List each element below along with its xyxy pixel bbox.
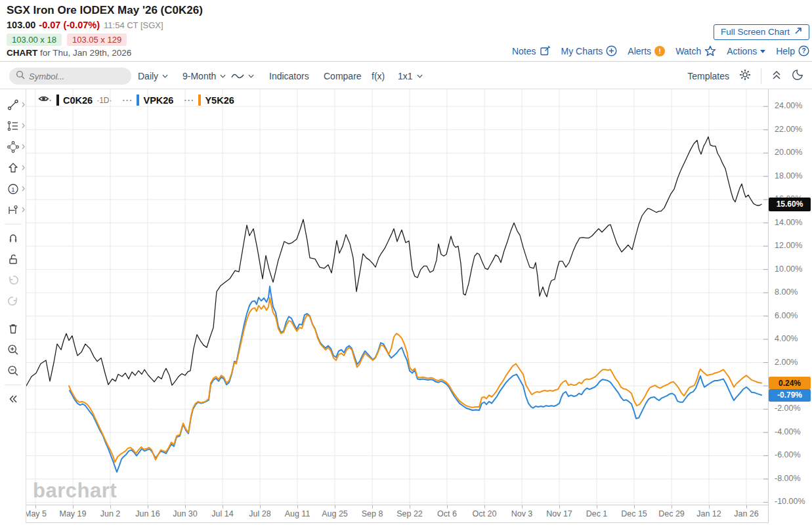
collapse-sidebar-button[interactable] [0,388,26,410]
delete-drawings-button[interactable] [0,318,26,339]
plus-circle-icon [606,45,617,56]
x-tick-mark [447,505,448,509]
chart-legend: ··· C0K26 ·1D· ··· VPK26 ··· Y5K26 [38,94,234,106]
fx-label: f(x) [372,71,385,81]
x-tick-mark [746,505,747,509]
x-tick-mark [110,505,111,509]
trend-line-tool[interactable] [0,94,26,116]
x-axis-label: Dec 29 [658,509,685,518]
y-axis-label: 6.00% [775,311,798,320]
y-axis[interactable]: 24.00%22.00%20.00%18.00%16.00%14.00%12.0… [768,89,812,523]
x-tick-mark [73,505,74,509]
x-axis-label: May 5 [26,509,47,518]
series-menu-dots[interactable]: ··· [184,97,194,104]
x-axis-label: Aug 11 [285,509,310,518]
drawing-tools-sidebar: 1 [0,89,26,523]
period-dropdown[interactable]: Daily [138,62,168,89]
y-axis-label: -2.00% [775,404,801,413]
series-symbol[interactable]: C0K26 [63,95,93,106]
x-axis-label: May 19 [60,509,87,518]
x-tick-mark [559,505,560,509]
watch-link[interactable]: Watch [675,45,716,56]
arrow-marker-tool[interactable] [0,158,26,178]
alerts-link[interactable]: Alerts ! [628,46,665,56]
unlock-tool[interactable] [0,249,26,270]
y-axis-label: -8.00% [775,474,801,483]
chevron-down-icon [162,74,168,78]
series-symbol[interactable]: Y5K26 [205,95,234,106]
series-color-bar [198,94,201,106]
my-charts-label: My Charts [561,46,603,56]
tools-divider [5,385,22,385]
zoom-in-button[interactable] [0,339,26,360]
number-annotation-tool[interactable]: 1 [0,178,26,200]
x-tick-mark [223,505,223,509]
compare-button[interactable]: Compare [324,62,362,89]
x-tick-mark [185,505,186,509]
full-screen-chart-button[interactable]: Full Screen Chart [714,24,809,40]
y-axis-label: 22.00% [775,125,802,134]
x-axis[interactable]: May 5May 19Jun 2Jun 16Jun 30Jul 14Jul 28… [26,505,768,523]
templates-button[interactable]: Templates [687,62,729,89]
redo-button[interactable] [0,291,26,312]
y-axis-label: -4.00% [775,427,801,436]
line-chart-type-icon [231,72,244,79]
undo-button[interactable] [0,270,26,291]
chevron-down-icon [220,74,226,78]
symbol-search-input[interactable] [29,72,121,81]
y-axis-label: 18.00% [775,171,802,180]
y-axis-label: 10.00% [775,264,802,274]
x-axis-label: Oct 6 [437,509,457,518]
grid-layout-dropdown[interactable]: 1x1 [398,62,423,89]
my-charts-link[interactable]: My Charts [561,45,618,56]
indicators-button[interactable]: Indicators [269,62,309,89]
chart-plot-area[interactable]: ··· C0K26 ·1D· ··· VPK26 ··· Y5K26 [26,89,768,505]
y-axis-label: -6.00% [775,450,801,459]
symbol-search[interactable] [9,68,131,85]
chart-canvas[interactable] [26,89,768,505]
chart-main: 1 [0,89,812,523]
help-label: Help [776,46,795,56]
zoom-out-button[interactable] [0,360,26,381]
y-axis-label: 12.00% [775,241,802,250]
x-tick-mark [410,505,410,509]
shapes-tool[interactable] [0,136,26,158]
chart-toolbar: Daily 9-Month Indicators Compare f(x) 1x… [0,62,812,89]
x-axis-label: Sep 22 [396,509,423,518]
series-line-C0K26 [26,136,761,386]
legend-item-vpk26: ··· VPK26 [118,94,173,106]
x-axis-label: Sep 8 [362,509,383,518]
y-axis-label: 24.00% [775,101,802,110]
templates-label: Templates [687,71,729,81]
collapse-panel-icon[interactable] [771,69,782,83]
notes-link[interactable]: Notes [512,45,551,56]
fibonacci-tool[interactable] [0,116,26,136]
watch-label: Watch [675,46,701,56]
x-axis-label: Jun 2 [100,509,121,518]
measure-tool[interactable] [0,200,26,220]
submenu-chevron-icon [22,123,25,129]
x-tick-mark [484,505,485,509]
series-line-Y5K26 [69,298,761,462]
x-tick-mark [260,505,261,509]
quick-links: Notes My Charts Alerts ! Watch Actions H… [512,45,809,56]
svg-text:?: ? [801,47,805,54]
range-dropdown[interactable]: 9-Month [182,62,226,89]
chart-type-dropdown[interactable] [231,62,254,89]
settings-gear-icon[interactable] [738,68,752,84]
dark-mode-moon-icon[interactable] [792,68,804,83]
series-symbol[interactable]: VPK26 [143,95,173,106]
actions-menu[interactable]: Actions [727,46,765,56]
indicators-label: Indicators [269,71,309,81]
help-link[interactable]: Help ? [776,45,809,56]
toolbar-divider [761,68,761,84]
chart-date: for Thu, Jan 29th, 2026 [40,48,131,58]
y-axis-label: 20.00% [775,148,802,157]
fx-button[interactable]: f(x) [372,62,385,89]
magnet-tool[interactable] [0,228,26,249]
series-menu-dots[interactable]: ··· [122,97,133,104]
x-axis-label: Aug 25 [322,509,348,518]
x-tick-mark [709,505,710,509]
x-axis-label: Jul 28 [249,509,270,518]
last-value-badge-Y5K26: 0.24% [769,377,811,389]
